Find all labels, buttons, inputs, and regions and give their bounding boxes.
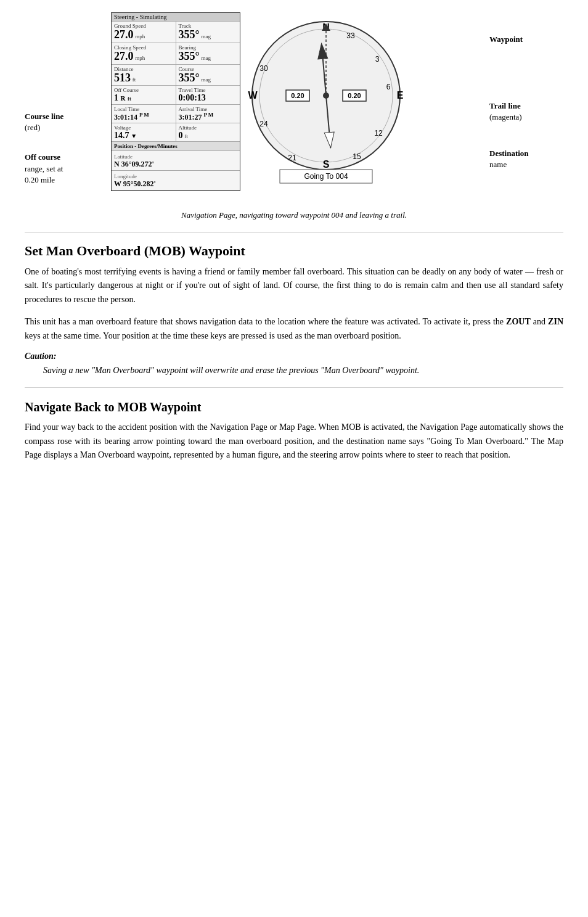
ground-speed-value: 27.0 <box>114 28 134 41</box>
svg-text:0.20: 0.20 <box>291 92 304 99</box>
voltage-label: Voltage <box>114 125 173 131</box>
voltage-cell: Voltage 14.7 ▼ <box>112 123 176 141</box>
svg-text:0.20: 0.20 <box>348 92 361 99</box>
row-offcourse-travel: Off Course 1 R ft Travel Time 0:00:13 <box>112 86 240 104</box>
track-value: 355° <box>179 28 200 41</box>
diagram-section: Course line (red) Off course range, set … <box>25 12 563 204</box>
svg-text:W: W <box>248 90 258 101</box>
compass-svg: N S E W 33 3 30 6 24 12 21 15 0.20 0.20 <box>243 12 409 191</box>
longitude-value: W 95°50.282' <box>114 179 156 188</box>
bearing-unit: mag <box>201 55 211 61</box>
longitude-label: Longitude <box>114 173 137 179</box>
longitude-row: Longitude W 95°50.282' <box>112 171 240 191</box>
track-unit: mag <box>201 33 211 39</box>
track-cell: Track 355° mag <box>176 22 240 43</box>
off-course-detail: range, set at <box>25 164 63 173</box>
svg-text:15: 15 <box>353 152 361 161</box>
waypoint-label-block: Waypoint <box>489 34 563 45</box>
nav-panel: Steering - Simulating Ground Speed 27.0 … <box>111 12 240 191</box>
section1-para2: This unit has a man overboard feature th… <box>25 315 563 343</box>
caution-title: Caution: <box>25 352 563 361</box>
svg-text:3: 3 <box>375 55 380 64</box>
section1-title: Set Man Overboard (MOB) Waypoint <box>25 243 563 259</box>
caution-body: Saving a new "Man Overboard" waypoint wi… <box>43 364 563 377</box>
off-course-field-label: Off Course <box>114 87 173 93</box>
row-local-arrival: Local Time 3:01:14 P M Arrival Time 3:01… <box>112 105 240 123</box>
compass-area: N S E W 33 3 30 6 24 12 21 15 0.20 0.20 <box>243 12 489 191</box>
latitude-value: N 36°09.272' <box>114 160 154 168</box>
travel-time-label: Travel Time <box>179 87 238 93</box>
course-value: 355° <box>179 72 200 84</box>
trail-line-paren: (magenta) <box>489 112 522 121</box>
travel-time-cell: Travel Time 0:00:13 <box>176 86 240 104</box>
closing-speed-unit: mph <box>135 55 145 61</box>
svg-text:24: 24 <box>259 120 268 128</box>
off-course-cell: Off Course 1 R ft <box>112 86 176 104</box>
arrival-time-value: 3:01:27 P M <box>179 113 214 121</box>
right-labels: Waypoint Trail line (magenta) Destinatio… <box>489 12 563 195</box>
section2-title: Navigate Back to MOB Waypoint <box>25 400 563 414</box>
distance-unit: ft <box>133 76 136 83</box>
svg-text:S: S <box>323 159 330 170</box>
local-time-value: 3:01:14 P M <box>114 113 149 121</box>
row-dist-course: Distance 513 ft Course 355° mag <box>112 65 240 86</box>
trail-line-label-block: Trail line (magenta) <box>489 101 563 123</box>
local-time-cell: Local Time 3:01:14 P M <box>112 105 176 123</box>
svg-text:E: E <box>397 90 404 101</box>
divider-1 <box>25 232 563 233</box>
section1-para1: One of boating's most terrifying events … <box>25 265 563 306</box>
latitude-label: Latitude <box>114 154 133 160</box>
diagram-caption: Navigation Page, navigating toward waypo… <box>25 210 563 220</box>
svg-point-22 <box>323 93 329 99</box>
course-line-paren: (red) <box>25 123 40 132</box>
bearing-value: 355° <box>179 50 200 62</box>
ground-speed-cell: Ground Speed 27.0 mph <box>112 22 176 43</box>
svg-text:21: 21 <box>288 154 296 162</box>
destination-paren: name <box>489 160 507 169</box>
closing-speed-value: 27.0 <box>114 50 134 62</box>
closing-speed-cell: Closing Speed 27.0 mph <box>112 43 176 64</box>
row-cs-bearing: Closing Speed 27.0 mph Bearing 355° mag <box>112 43 240 65</box>
latitude-row: Latitude N 36°09.272' <box>112 151 240 171</box>
altitude-cell: Altitude 0 ft <box>176 123 240 141</box>
destination-label-block: Destination name <box>489 148 563 170</box>
divider-2 <box>25 387 563 388</box>
trail-line-label: Trail line <box>489 101 521 110</box>
course-line-label-block: Course line (red) <box>25 111 111 133</box>
row-voltage-altitude: Voltage 14.7 ▼ Altitude 0 ft <box>112 123 240 142</box>
section2-para1: Find your way back to the accident posit… <box>25 421 563 462</box>
travel-time-value: 0:00:13 <box>179 93 206 102</box>
svg-text:6: 6 <box>386 83 391 91</box>
svg-text:12: 12 <box>374 129 383 138</box>
waypoint-label: Waypoint <box>489 35 523 44</box>
course-line-label: Course line <box>25 112 63 121</box>
off-course-label: Off course <box>25 152 60 162</box>
svg-text:Going To 004: Going To 004 <box>304 172 348 181</box>
arrival-time-cell: Arrival Time 3:01:27 P M <box>176 105 240 123</box>
off-course-field-value: 1 R ft <box>114 93 131 102</box>
bearing-cell: Bearing 355° mag <box>176 43 240 64</box>
voltage-value: 14.7 <box>114 131 129 140</box>
course-cell: Course 355° mag <box>176 65 240 86</box>
row-gs-track: Ground Speed 27.0 mph Track 355° mag <box>112 22 240 43</box>
off-course-label-block: Off course range, set at 0.20 mile <box>25 152 111 186</box>
position-header: Position - Degrees/Minutes <box>112 142 240 151</box>
left-labels: Course line (red) Off course range, set … <box>25 12 111 204</box>
ground-speed-unit: mph <box>135 33 145 39</box>
distance-value: 513 <box>114 72 131 84</box>
altitude-value: 0 <box>179 131 183 140</box>
altitude-label: Altitude <box>179 125 238 131</box>
distance-cell: Distance 513 ft <box>112 65 176 86</box>
off-course-value: 0.20 mile <box>25 175 55 184</box>
steering-bar: Steering - Simulating <box>112 13 240 22</box>
destination-label: Destination <box>489 149 529 158</box>
course-unit: mag <box>201 76 211 83</box>
svg-text:33: 33 <box>346 31 355 40</box>
svg-text:30: 30 <box>259 64 268 73</box>
